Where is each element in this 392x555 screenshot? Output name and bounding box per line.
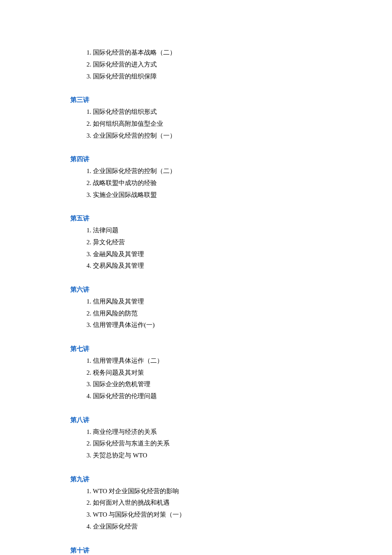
section-intro: 1. 国际化经营的基本战略（二） 2. 国际化经营的进入方式 3. 国际化经营的… xyxy=(70,47,392,82)
list-item: 3. 企业国际化经营的控制（一） xyxy=(70,130,392,142)
list-item: 1. 国际化经营的组织形式 xyxy=(70,106,392,118)
list-item: 1. 企业国际化经营的控制（二） xyxy=(70,165,392,177)
list-item: 1. 国际化经营的基本战略（二） xyxy=(70,47,392,59)
list-item: 3. 金融风险及其管理 xyxy=(70,249,392,260)
section-title: 第七讲 xyxy=(70,343,392,355)
list-item: 3. 实施企业国际战略联盟 xyxy=(70,189,392,201)
section-7: 第七讲 1. 信用管理具体运作（二） 2. 税务问题及其对策 3. 国际企业的危… xyxy=(70,343,392,402)
list-item: 1. 信用风险及其管理 xyxy=(70,296,392,308)
list-item: 1. 法律问题 xyxy=(70,225,392,237)
section-title: 第四讲 xyxy=(70,153,392,165)
section-title: 第八讲 xyxy=(70,414,392,426)
list-item: 2. 国际化经营与东道主的关系 xyxy=(70,438,392,450)
section-title: 第六讲 xyxy=(70,284,392,296)
section-10: 第十讲 1. WTO 与国际化经营的对策（二） xyxy=(70,545,392,555)
list-item: 2. 信用风险的防范 xyxy=(70,308,392,320)
section-9: 第九讲 1. WTO 对企业国际化经营的影响 2. 如何面对入世的挑战和机遇 3… xyxy=(70,474,392,533)
list-item: 2. 国际化经营的进入方式 xyxy=(70,59,392,71)
list-item: 3. 国际企业的危机管理 xyxy=(70,379,392,390)
section-8: 第八讲 1. 商业伦理与经济的关系 2. 国际化经营与东道主的关系 3. 关贸总… xyxy=(70,414,392,462)
list-item: 1. WTO 对企业国际化经营的影响 xyxy=(70,486,392,497)
section-title: 第十讲 xyxy=(70,545,392,555)
section-title: 第五讲 xyxy=(70,213,392,225)
list-item: 4. 国际化经营的伦理问题 xyxy=(70,390,392,402)
section-title: 第九讲 xyxy=(70,474,392,486)
list-item: 1. 商业伦理与经济的关系 xyxy=(70,426,392,438)
list-item: 4. 交易风险及其管理 xyxy=(70,260,392,272)
list-item: 3. WTO 与国际化经营的对策（一） xyxy=(70,509,392,521)
list-item: 3. 国际化经营的组织保障 xyxy=(70,71,392,83)
list-item: 2. 战略联盟中成功的经验 xyxy=(70,177,392,189)
section-title: 第三讲 xyxy=(70,94,392,106)
list-item: 1. 信用管理具体运作（二） xyxy=(70,355,392,367)
list-item: 2. 如何组织高附加值型企业 xyxy=(70,118,392,130)
list-item: 3. 信用管理具体运作(一) xyxy=(70,319,392,331)
list-item: 2. 如何面对入世的挑战和机遇 xyxy=(70,497,392,509)
list-item: 3. 关贸总协定与 WTO xyxy=(70,450,392,462)
section-4: 第四讲 1. 企业国际化经营的控制（二） 2. 战略联盟中成功的经验 3. 实施… xyxy=(70,153,392,201)
list-item: 2. 税务问题及其对策 xyxy=(70,367,392,379)
list-item: 2. 异文化经营 xyxy=(70,237,392,249)
section-5: 第五讲 1. 法律问题 2. 异文化经营 3. 金融风险及其管理 4. 交易风险… xyxy=(70,213,392,272)
section-3: 第三讲 1. 国际化经营的组织形式 2. 如何组织高附加值型企业 3. 企业国际… xyxy=(70,94,392,142)
section-6: 第六讲 1. 信用风险及其管理 2. 信用风险的防范 3. 信用管理具体运作(一… xyxy=(70,284,392,331)
list-item: 4. 企业国际化经营 xyxy=(70,521,392,533)
